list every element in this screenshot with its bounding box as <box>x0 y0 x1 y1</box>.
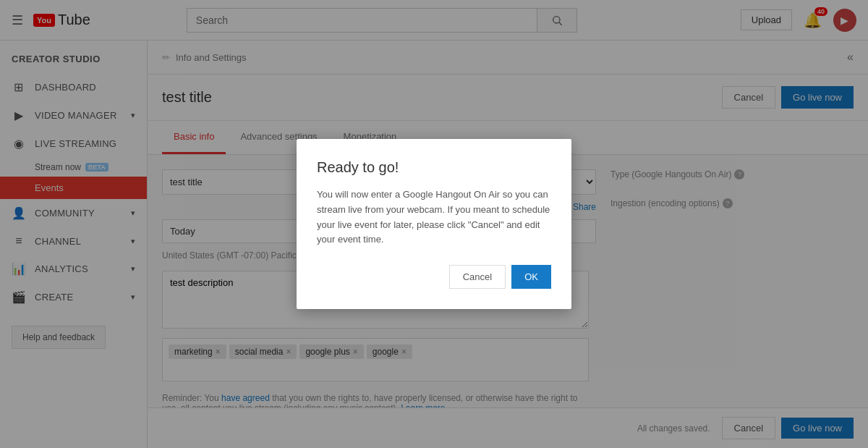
dialog-actions: Cancel OK <box>317 265 551 289</box>
dialog-ok-button[interactable]: OK <box>511 265 551 289</box>
dialog-body: You will now enter a Google Hangout On A… <box>317 187 551 248</box>
dialog: Ready to go! You will now enter a Google… <box>297 139 571 309</box>
dialog-overlay[interactable]: Ready to go! You will now enter a Google… <box>0 0 868 448</box>
dialog-title: Ready to go! <box>317 159 551 176</box>
dialog-cancel-button[interactable]: Cancel <box>449 265 506 289</box>
